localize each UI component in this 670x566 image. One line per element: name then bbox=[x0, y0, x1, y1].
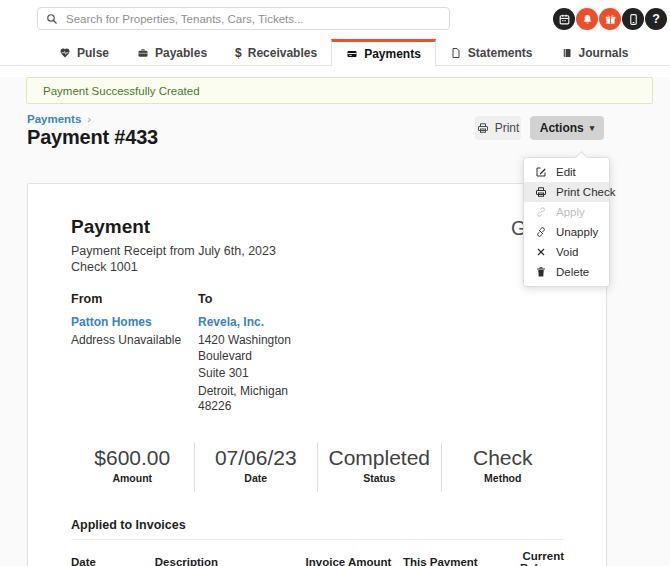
stat-value: Check bbox=[442, 446, 565, 470]
menu-item-label: Unapply bbox=[556, 226, 598, 238]
mobile-icon bbox=[627, 13, 640, 26]
header-current-balance: Current Balance bbox=[478, 540, 564, 566]
edit-pencil-icon bbox=[535, 166, 547, 178]
menu-item-unapply[interactable]: Unapply bbox=[524, 222, 609, 242]
stat-value: 07/06/23 bbox=[195, 446, 318, 470]
trash-icon bbox=[535, 266, 547, 278]
global-search[interactable] bbox=[37, 7, 450, 30]
stat-value: $600.00 bbox=[71, 446, 194, 470]
document-icon bbox=[450, 47, 462, 59]
to-label: To bbox=[198, 292, 323, 306]
stat-label: Amount bbox=[71, 472, 194, 484]
tab-label: Receivables bbox=[248, 46, 317, 60]
actions-button-label: Actions bbox=[540, 121, 584, 135]
from-column: From Patton Homes Address Unavailable bbox=[71, 292, 198, 417]
printer-icon bbox=[535, 186, 547, 198]
applied-invoices-table: Date Description Invoice Amount This Pay… bbox=[71, 540, 564, 566]
receipt-heading: Payment bbox=[71, 184, 564, 238]
chevron-right-icon: › bbox=[87, 113, 91, 125]
help-button[interactable]: ? bbox=[645, 8, 667, 30]
tab-receivables[interactable]: $ Receivables bbox=[221, 39, 331, 66]
to-address-line: Suite 301 bbox=[198, 366, 323, 382]
stat-amount: $600.00 Amount bbox=[71, 443, 194, 492]
tab-pulse[interactable]: Pulse bbox=[45, 39, 123, 66]
tab-label: Payables bbox=[155, 46, 207, 60]
tab-label: Statements bbox=[468, 46, 533, 60]
to-address-line: Detroit, Michigan 48226 bbox=[198, 384, 323, 415]
search-icon bbox=[46, 13, 58, 25]
tab-payables[interactable]: Payables bbox=[123, 39, 221, 66]
tab-journals[interactable]: Journals bbox=[547, 39, 643, 66]
menu-item-label: Void bbox=[556, 246, 578, 258]
calendar-button[interactable] bbox=[553, 8, 575, 30]
to-address-line: 1420 Washington Boulevard bbox=[198, 333, 323, 364]
link-icon bbox=[535, 206, 547, 218]
question-icon: ? bbox=[652, 13, 660, 26]
page-content: Payment Successfully Created Payments› P… bbox=[0, 77, 670, 566]
success-banner-text: Payment Successfully Created bbox=[43, 85, 200, 97]
header-date: Date bbox=[71, 540, 155, 566]
page-header: Payments› Payment #433 Print Actions ▾ bbox=[0, 113, 670, 161]
header-invoice-amount: Invoice Amount bbox=[298, 540, 392, 566]
topbar-icon-group: ? bbox=[553, 8, 667, 30]
from-address-line: Address Unavailable bbox=[71, 333, 198, 349]
cash-icon bbox=[346, 48, 358, 60]
top-bar: ? bbox=[0, 0, 670, 39]
stat-value: Completed bbox=[318, 446, 441, 470]
parties-section: From Patton Homes Address Unavailable To… bbox=[71, 292, 564, 417]
dollar-icon: $ bbox=[235, 46, 242, 60]
receipt-check-line: Check 1001 bbox=[71, 259, 564, 275]
menu-item-delete[interactable]: Delete bbox=[524, 262, 609, 282]
receipt-date-line: Payment Receipt from July 6th, 2023 bbox=[71, 243, 564, 259]
actions-button[interactable]: Actions ▾ bbox=[530, 116, 604, 140]
breadcrumb[interactable]: Payments› bbox=[27, 113, 91, 125]
menu-item-label: Delete bbox=[556, 266, 589, 278]
from-label: From bbox=[71, 292, 198, 306]
payment-receipt-card: G Payment Payment Receipt from July 6th,… bbox=[27, 183, 607, 566]
bell-icon bbox=[581, 13, 594, 26]
book-icon bbox=[561, 47, 573, 59]
breadcrumb-payments-link[interactable]: Payments bbox=[27, 113, 81, 125]
notifications-button[interactable] bbox=[576, 8, 598, 30]
heart-pulse-icon bbox=[59, 47, 71, 59]
print-button[interactable]: Print bbox=[475, 116, 521, 140]
page-title: Payment #433 bbox=[27, 126, 158, 149]
stat-label: Method bbox=[442, 472, 565, 484]
rewards-button[interactable] bbox=[599, 8, 621, 30]
receipt-subtitle: Payment Receipt from July 6th, 2023 Chec… bbox=[71, 243, 564, 275]
print-button-label: Print bbox=[495, 121, 520, 135]
applied-invoices-title: Applied to Invoices bbox=[71, 518, 564, 540]
stat-label: Status bbox=[318, 472, 441, 484]
menu-item-label: Print Check bbox=[556, 186, 615, 198]
header-this-payment: This Payment bbox=[391, 540, 477, 566]
stat-date: 07/06/23 Date bbox=[194, 443, 318, 492]
gift-icon bbox=[604, 13, 617, 26]
tab-statements[interactable]: Statements bbox=[436, 39, 547, 66]
tab-label: Pulse bbox=[77, 46, 109, 60]
search-input[interactable] bbox=[66, 13, 441, 25]
stat-status: Completed Status bbox=[317, 443, 441, 492]
tab-payments[interactable]: Payments bbox=[331, 39, 436, 67]
stat-method: Check Method bbox=[441, 443, 565, 492]
mobile-app-button[interactable] bbox=[622, 8, 644, 30]
tab-label: Journals bbox=[579, 46, 629, 60]
x-mark-icon bbox=[535, 246, 547, 258]
actions-dropdown-menu: Edit Print Check Apply Unapply Void Dele… bbox=[523, 157, 610, 287]
menu-item-print-check[interactable]: Print Check bbox=[524, 182, 609, 202]
link-broken-icon bbox=[535, 226, 547, 238]
from-party-link[interactable]: Patton Homes bbox=[71, 315, 198, 329]
header-description: Description bbox=[155, 540, 298, 566]
printer-icon bbox=[477, 122, 489, 134]
menu-item-apply: Apply bbox=[524, 202, 609, 222]
stat-label: Date bbox=[195, 472, 318, 484]
menu-item-edit[interactable]: Edit bbox=[524, 162, 609, 182]
to-party-link[interactable]: Revela, Inc. bbox=[198, 315, 323, 329]
to-column: To Revela, Inc. 1420 Washington Boulevar… bbox=[198, 292, 323, 417]
tab-label: Payments bbox=[364, 47, 421, 61]
table-header-row: Date Description Invoice Amount This Pay… bbox=[71, 540, 564, 566]
caret-down-icon: ▾ bbox=[590, 123, 595, 133]
success-banner: Payment Successfully Created bbox=[26, 77, 653, 104]
calendar-icon bbox=[558, 13, 571, 26]
menu-item-label: Edit bbox=[556, 166, 576, 178]
menu-item-void[interactable]: Void bbox=[524, 242, 609, 262]
